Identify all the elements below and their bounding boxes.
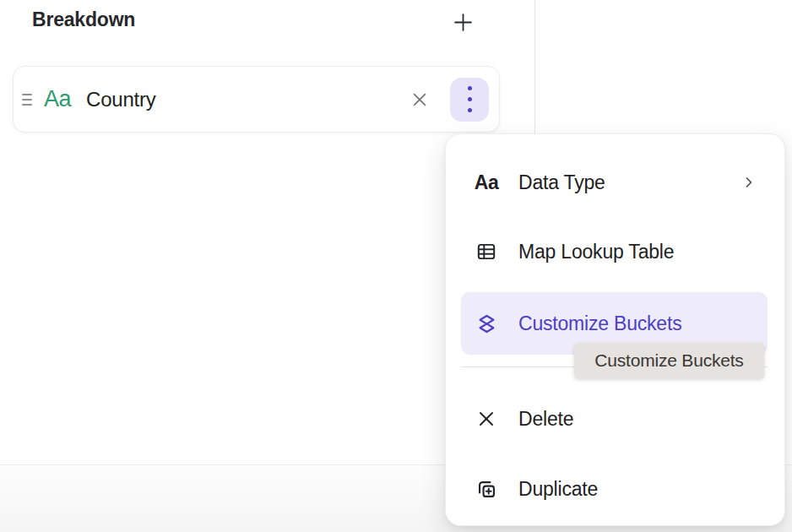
field-menu-button[interactable] — [450, 78, 489, 122]
menu-item-label: Duplicate — [518, 478, 598, 501]
page-title: Breakdown — [32, 8, 135, 31]
kebab-dots-icon — [468, 86, 472, 112]
close-icon — [410, 90, 429, 109]
plus-icon — [453, 12, 474, 33]
panel-divider — [534, 0, 535, 133]
menu-item-map-lookup-table[interactable]: Map Lookup Table — [461, 231, 769, 273]
menu-item-delete[interactable]: Delete — [461, 398, 769, 440]
field-name-label: Country — [86, 88, 156, 111]
menu-item-label: Data Type — [518, 171, 605, 194]
remove-field-button[interactable] — [404, 84, 435, 115]
add-breakdown-button[interactable] — [448, 8, 477, 36]
menu-item-duplicate[interactable]: Duplicate — [461, 468, 769, 510]
table-icon — [475, 241, 498, 263]
menu-item-label: Customize Buckets — [518, 312, 681, 335]
layers-icon — [475, 312, 498, 335]
field-context-menu: Aa Data Type Map Lookup Table Cust — [445, 133, 785, 526]
tooltip: Customize Buckets — [574, 343, 764, 378]
menu-item-label: Delete — [518, 408, 573, 431]
chevron-right-icon — [740, 174, 757, 191]
text-type-icon: Aa — [44, 86, 72, 112]
text-type-icon: Aa — [475, 171, 498, 194]
drag-handle-icon[interactable] — [22, 94, 32, 106]
breakdown-field-card: Aa Country — [13, 66, 500, 133]
x-icon — [475, 409, 498, 429]
menu-item-data-type[interactable]: Aa Data Type — [461, 161, 769, 204]
duplicate-icon — [475, 478, 498, 501]
menu-item-label: Map Lookup Table — [518, 241, 674, 263]
